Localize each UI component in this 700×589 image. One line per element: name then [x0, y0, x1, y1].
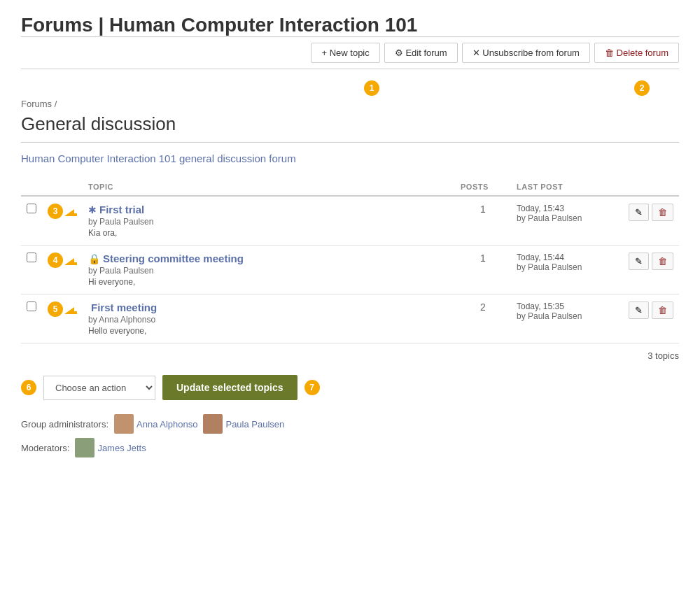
edit-forum-button[interactable]: ⚙ Edit forum — [384, 43, 458, 63]
edit-topic-button-3[interactable]: ✎ — [629, 301, 649, 319]
post-count: 2 — [455, 294, 511, 343]
arrow-icon — [64, 255, 77, 265]
checkbox-cell — [21, 196, 42, 246]
topic-meta: by Paula Paulsen — [88, 266, 449, 276]
delete-topic-button-1[interactable]: 🗑 — [652, 204, 673, 221]
action-select[interactable]: Choose an action — [43, 376, 155, 400]
avatar-james — [75, 438, 94, 457]
topic-meta: by Paula Paulsen — [88, 217, 449, 227]
topic-title-1[interactable]: First trial — [99, 204, 144, 215]
page-header: Forums | Human Computer Interaction 101 — [21, 14, 679, 36]
mod-james-link[interactable]: James Jetts — [97, 443, 146, 453]
breadcrumb: Forums / — [21, 99, 679, 109]
checkbox-cell — [21, 246, 42, 294]
topic-count: 3 topics — [21, 343, 679, 365]
badge-4: 4 — [48, 253, 63, 268]
col-check — [21, 178, 42, 196]
page-title: Forums | Human Computer Interaction 101 — [21, 14, 679, 36]
topic-title-2[interactable]: Steering committee meeting — [103, 253, 244, 264]
table-header-row: TOPIC POSTS LAST POST — [21, 178, 679, 196]
admin-paula-link[interactable]: Paula Paulsen — [225, 419, 284, 430]
admins-label: Group administrators: — [21, 419, 108, 430]
last-post-time: Today, 15:43 — [517, 204, 617, 213]
col-actions-header — [623, 178, 679, 196]
table-row: 5First meetingby Anna AlphonsoHello ever… — [21, 294, 679, 343]
col-annot — [42, 178, 83, 196]
moderators-label: Moderators: — [21, 443, 69, 453]
table-row: 3✱First trialby Paula PaulsenKia ora,1To… — [21, 196, 679, 246]
last-post-cell: Today, 15:35by Paula Paulsen — [511, 294, 623, 343]
last-post-author: by Paula Paulsen — [517, 213, 617, 223]
admin-anna-link[interactable]: Anna Alphonso — [136, 419, 197, 430]
lock-icon: 🔒 — [88, 253, 100, 264]
last-post-cell: Today, 15:44by Paula Paulsen — [511, 246, 623, 294]
topic-checkbox-2[interactable] — [27, 253, 36, 262]
post-count: 1 — [455, 246, 511, 294]
topic-title-3[interactable]: First meeting — [91, 301, 157, 313]
admin-user-1: Anna Alphonso — [114, 414, 197, 434]
delete-topic-button-2[interactable]: 🗑 — [652, 253, 673, 270]
topic-preview: Kia ora, — [88, 228, 449, 238]
toolbar: + New topic ⚙ Edit forum ✕ Unsubscribe f… — [21, 36, 679, 69]
topic-preview: Hi everyone, — [88, 277, 449, 287]
edit-topic-button-2[interactable]: ✎ — [629, 253, 649, 270]
badge-3: 3 — [48, 204, 63, 219]
section-title: General discussion — [21, 113, 679, 135]
topics-table: TOPIC POSTS LAST POST 3✱First trialby Pa… — [21, 178, 679, 343]
breadcrumb-link[interactable]: Forums / — [21, 99, 57, 109]
edit-topic-button-1[interactable]: ✎ — [629, 204, 649, 221]
topic-checkbox-3[interactable] — [27, 301, 36, 311]
actions-cell: ✎🗑 — [623, 246, 679, 294]
moderators-section: Moderators: James Jetts — [21, 438, 679, 457]
last-post-author: by Paula Paulsen — [517, 262, 617, 272]
delete-topic-button-3[interactable]: 🗑 — [652, 301, 673, 319]
actions-cell: ✎🗑 — [623, 196, 679, 246]
annotation-cell: 3 — [42, 196, 83, 246]
divider — [21, 142, 679, 143]
checkbox-cell — [21, 294, 42, 343]
post-count: 1 — [455, 196, 511, 246]
new-topic-button[interactable]: + New topic — [311, 43, 379, 63]
update-topics-button[interactable]: Update selected topics — [162, 375, 298, 400]
badge-7: 7 — [304, 380, 320, 395]
topic-main-cell: ✱First trialby Paula PaulsenKia ora, — [83, 196, 455, 246]
actions-cell: ✎🗑 — [623, 294, 679, 343]
col-lastpost-header: LAST POST — [511, 178, 623, 196]
last-post-time: Today, 15:44 — [517, 253, 617, 262]
admins-section: Group administrators: Anna Alphonso Paul… — [21, 414, 679, 434]
arrow-icon — [64, 206, 77, 216]
last-post-author: by Paula Paulsen — [517, 311, 617, 321]
badge-2: 2 — [634, 80, 650, 96]
topic-preview: Hello everyone, — [88, 326, 449, 336]
annotation-cell: 5 — [42, 294, 83, 343]
badge-6: 6 — [21, 380, 36, 395]
arrow-icon — [64, 304, 77, 314]
avatar-paula — [203, 414, 223, 434]
unsubscribe-button[interactable]: ✕ Unsubscribe from forum — [462, 43, 590, 63]
bottom-bar: 6 Choose an action Update selected topic… — [21, 375, 679, 400]
col-topic-header: TOPIC — [83, 178, 455, 196]
star-icon: ✱ — [88, 204, 97, 215]
last-post-time: Today, 15:35 — [517, 301, 617, 311]
admin-user-2: Paula Paulsen — [203, 414, 284, 434]
delete-forum-button[interactable]: 🗑 Delete forum — [594, 43, 679, 63]
topic-meta: by Anna Alphonso — [88, 315, 449, 325]
topic-main-cell: 🔒Steering committee meetingby Paula Paul… — [83, 246, 455, 294]
forum-description: Human Computer Interaction 101 general d… — [21, 152, 679, 164]
badge-5: 5 — [48, 301, 63, 317]
avatar-anna — [114, 414, 134, 434]
col-posts-header: POSTS — [455, 178, 511, 196]
mod-user-1: James Jetts — [75, 438, 146, 457]
annotation-cell: 4 — [42, 246, 83, 294]
table-row: 4🔒Steering committee meetingby Paula Pau… — [21, 246, 679, 294]
last-post-cell: Today, 15:43by Paula Paulsen — [511, 196, 623, 246]
topic-main-cell: First meetingby Anna AlphonsoHello every… — [83, 294, 455, 343]
topic-checkbox-1[interactable] — [27, 204, 36, 213]
badge-1: 1 — [364, 80, 379, 96]
